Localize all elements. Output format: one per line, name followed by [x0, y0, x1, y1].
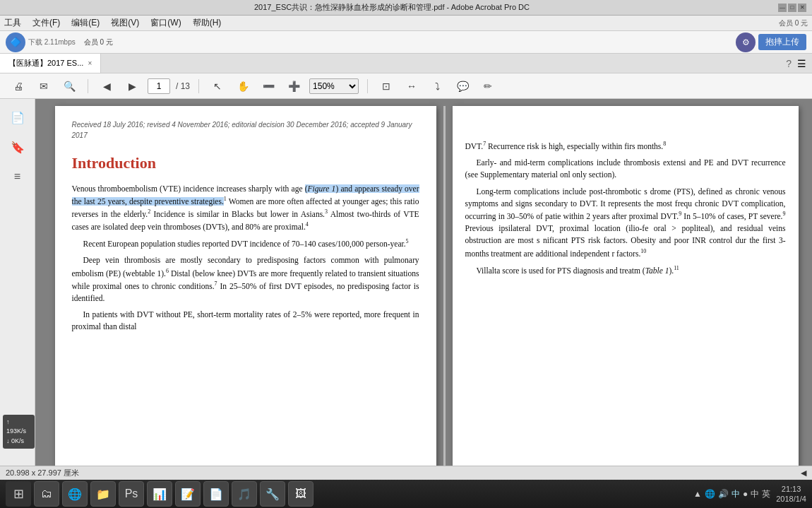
clock-date: 2018/1/4 — [776, 494, 806, 504]
file-size: 下载 2.11mbps — [28, 37, 76, 47]
status-bar: 20.998 x 27.997 厘米 ◀ — [0, 466, 812, 480]
introduction-heading: Introduction — [72, 152, 419, 175]
sidebar-thumbnail-button[interactable]: 📄 — [5, 105, 30, 130]
taskbar-explorer[interactable]: 🗂 — [34, 481, 59, 507]
pdf-page-right: DVT.7 Recurrence risk is high, especiall… — [453, 106, 799, 491]
network-indicator: ↑ 193K/s ↓ 0K/s — [3, 415, 35, 449]
help-icon[interactable]: ? — [786, 58, 792, 69]
taskbar-files[interactable]: 📁 — [90, 481, 116, 507]
paragraph-4: In patients with DVT without PE, short-t… — [72, 309, 419, 333]
minimize-button[interactable]: — — [778, 4, 787, 12]
start-button[interactable]: ⊞ — [6, 481, 31, 507]
pdf-content[interactable]: Received 18 July 2016; revised 4 Novembe… — [35, 99, 812, 491]
taskbar-pdf[interactable]: 📄 — [203, 481, 229, 507]
clock-time: 21:13 — [776, 484, 806, 494]
taskbar: ⊞ 🗂 🌐 📁 Ps 📊 📝 📄 🎵 🔧 🖼 ▲ 🌐 🔊 中 ● 中 英 21:… — [0, 480, 812, 508]
download-speed: ↓ 0K/s — [6, 437, 31, 447]
taskbar-clock[interactable]: 21:13 2018/1/4 — [776, 484, 806, 504]
upload-button[interactable]: 抱摔上传 — [758, 34, 806, 50]
tab-close-button[interactable]: × — [88, 59, 92, 67]
taskbar-tool1[interactable]: 🔧 — [260, 481, 285, 507]
menu-bar: 工具 文件(F) 编辑(E) 视图(V) 窗口(W) 帮助(H) 会员 0 元 — [0, 16, 812, 31]
menu-file[interactable]: 文件(F) — [32, 17, 60, 29]
tray-ime-en[interactable]: 英 — [762, 488, 770, 500]
hand-tool-button[interactable]: ✋ — [233, 76, 253, 96]
menu-tools[interactable]: 工具 — [4, 17, 21, 29]
taskbar-browser[interactable]: 🌐 — [62, 481, 88, 507]
page-dimensions: 20.998 x 27.997 厘米 — [6, 468, 79, 478]
zoom-select[interactable]: 150% 100% 75% 125% 200% — [309, 78, 359, 94]
rotate-button[interactable]: ⤵ — [427, 76, 447, 96]
tray-ime-zh2[interactable]: 中 — [751, 488, 759, 500]
members-status: 会员 0 元 — [779, 18, 808, 28]
page-divider — [443, 106, 446, 484]
tray-network[interactable]: 🌐 — [705, 489, 715, 499]
paragraph-3: Deep vein thrombosis are mostly secondar… — [72, 254, 419, 305]
system-tray-icons: ▲ 🌐 🔊 中 ● 中 英 — [693, 488, 770, 500]
title-bar-text: 2017_ESC共识：急性深静脉血栓形成的诊断和管理.pdf - Adobe A… — [6, 2, 778, 13]
right-paragraph-1: DVT.7 Recurrence risk is high, especiall… — [465, 140, 786, 153]
left-sidebar: 📄 🔖 ≡ ↑ 193K/s ↓ 0K/s — [0, 99, 35, 491]
tab-label: 【医脉通】2017 ES... — [8, 58, 83, 69]
menu-window[interactable]: 窗口(W) — [150, 17, 181, 29]
pdf-page-left: Received 18 July 2016; revised 4 Novembe… — [55, 106, 436, 491]
app-icon[interactable]: 🔷 — [6, 33, 25, 52]
right-paragraph-4: Villalta score is used for PTS diagnosis… — [465, 264, 786, 277]
next-page-button[interactable]: ▶ — [122, 76, 142, 96]
prev-page-button[interactable]: ◀ — [97, 76, 117, 96]
tray-ime-zh[interactable]: 中 — [732, 488, 740, 500]
cursor-tool-button[interactable]: ↖ — [208, 76, 227, 96]
menu-edit[interactable]: 编辑(E) — [71, 17, 100, 29]
paragraph-1: Venous thromboembolism (VTE) incidence i… — [72, 183, 419, 233]
close-button[interactable]: ✕ — [798, 4, 806, 12]
right-paragraph-2: Early- and mid-term complications includ… — [465, 157, 786, 182]
search-button[interactable]: 🔍 — [59, 76, 79, 96]
members-label: 会员 0 元 — [84, 37, 113, 47]
comment-button[interactable]: 💬 — [453, 76, 472, 96]
page-number-input[interactable]: 1 — [148, 78, 170, 94]
title-bar: 2017_ESC共识：急性深静脉血栓形成的诊断和管理.pdf - Adobe A… — [0, 0, 812, 16]
settings-icon[interactable]: ⚙ — [736, 33, 756, 52]
fit-page-button[interactable]: ⊡ — [376, 76, 396, 96]
taskbar-media[interactable]: 🎵 — [232, 481, 257, 507]
zoom-out-button[interactable]: ➖ — [258, 76, 278, 96]
top-toolbar: 🔷 下载 2.11mbps 会员 0 元 ⚙ 抱摔上传 — [0, 31, 812, 54]
paragraph-2: Recent European population studies repor… — [72, 237, 419, 250]
upload-speed: ↑ 193K/s — [6, 418, 31, 437]
menu-help[interactable]: 帮助(H) — [193, 17, 222, 29]
received-line: Received 18 July 2016; revised 4 Novembe… — [72, 120, 419, 141]
tray-sound[interactable]: 🔊 — [718, 489, 729, 499]
annotate-button[interactable]: ✏ — [478, 76, 498, 96]
print-button[interactable]: 🖨 — [8, 76, 28, 96]
highlighted-text: (Figure 1) and appears steady over the l… — [72, 184, 419, 206]
tab-bar: 【医脉通】2017 ES... × ? ☰ — [0, 54, 812, 73]
tray-arrow[interactable]: ▲ — [693, 489, 702, 499]
pdf-toolbar: 🖨 ✉ 🔍 ◀ ▶ 1 / 13 ↖ ✋ ➖ ➕ 150% 100% 75% 1… — [0, 73, 812, 99]
fit-width-button[interactable]: ↔ — [402, 76, 422, 96]
taskbar-photoshop[interactable]: Ps — [119, 481, 144, 507]
email-button[interactable]: ✉ — [34, 76, 54, 96]
right-paragraph-3: Long-term complications include post-thr… — [465, 186, 786, 260]
taskbar-excel[interactable]: 📊 — [147, 481, 172, 507]
sidebar-toggle-icon[interactable]: ☰ — [797, 58, 806, 69]
sidebar-bookmark-button[interactable]: 🔖 — [5, 134, 30, 160]
scroll-arrow[interactable]: ◀ — [801, 468, 806, 478]
taskbar-notes[interactable]: 📝 — [175, 481, 201, 507]
pdf-tab[interactable]: 【医脉通】2017 ES... × — [0, 54, 101, 73]
page-separator: / 13 — [176, 81, 190, 91]
maximize-button[interactable]: □ — [788, 4, 796, 12]
sidebar-layers-button[interactable]: ≡ — [5, 164, 30, 189]
tray-ime-circle[interactable]: ● — [743, 489, 748, 499]
zoom-in-button[interactable]: ➕ — [284, 76, 304, 96]
taskbar-tool2[interactable]: 🖼 — [288, 481, 314, 507]
taskbar-right: ▲ 🌐 🔊 中 ● 中 英 21:13 2018/1/4 — [693, 484, 806, 504]
main-area: 📄 🔖 ≡ ↑ 193K/s ↓ 0K/s Received 18 July 2… — [0, 99, 812, 491]
menu-view[interactable]: 视图(V) — [111, 17, 139, 29]
